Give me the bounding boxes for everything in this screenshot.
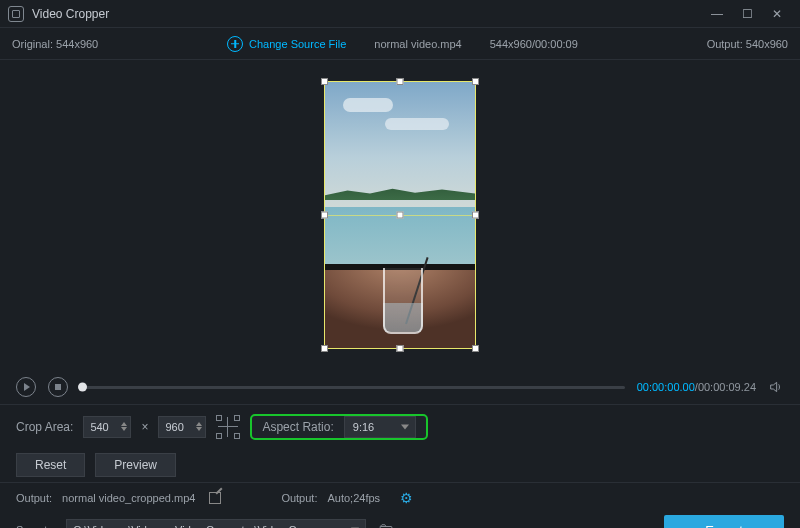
action-buttons: Reset Preview <box>0 448 800 482</box>
save-to-label: Save to: <box>16 524 56 528</box>
crop-handle-br[interactable] <box>472 345 479 352</box>
crop-frame[interactable] <box>324 81 476 349</box>
change-source-button[interactable]: Change Source File <box>227 36 346 52</box>
crop-handle-tr[interactable] <box>472 78 479 85</box>
width-up[interactable] <box>121 422 127 426</box>
info-bar: Original: 544x960 Change Source File nor… <box>0 28 800 60</box>
play-icon <box>24 383 30 391</box>
titlebar: Video Cropper — ☐ ✕ <box>0 0 800 28</box>
volume-icon[interactable] <box>768 379 784 395</box>
preview-area <box>0 60 800 370</box>
stop-button[interactable] <box>48 377 68 397</box>
output-filename: normal video_cropped.mp4 <box>62 492 195 504</box>
save-path-select[interactable]: C:\Vidmore\Vidmore Video Converter\Video… <box>66 519 366 528</box>
times-symbol: × <box>141 420 148 434</box>
app-icon <box>8 6 24 22</box>
reset-button[interactable]: Reset <box>16 453 85 477</box>
transport-bar: 00:00:00.00/00:00:09.24 <box>0 370 800 404</box>
output-file-label: Output: <box>16 492 52 504</box>
change-source-label: Change Source File <box>249 38 346 50</box>
crop-handle-ml[interactable] <box>321 212 328 219</box>
export-button[interactable]: Export <box>664 515 784 528</box>
crop-handle-center[interactable] <box>397 212 404 219</box>
plus-icon <box>227 36 243 52</box>
crop-handle-tl[interactable] <box>321 78 328 85</box>
crop-handle-mr[interactable] <box>472 212 479 219</box>
settings-gear-icon[interactable]: ⚙ <box>400 490 413 506</box>
preview-button[interactable]: Preview <box>95 453 176 477</box>
video-preview <box>325 82 475 207</box>
chevron-down-icon <box>401 424 409 429</box>
source-info: 544x960/00:00:09 <box>490 38 578 50</box>
aspect-ratio-label: Aspect Ratio: <box>262 420 333 434</box>
close-button[interactable]: ✕ <box>762 7 792 21</box>
save-row: Save to: C:\Vidmore\Vidmore Video Conver… <box>0 512 800 528</box>
minimize-button[interactable]: — <box>702 7 732 21</box>
timeline-knob[interactable] <box>78 383 87 392</box>
original-dimensions: Original: 544x960 <box>12 38 98 50</box>
timeline-slider[interactable] <box>80 386 625 389</box>
height-down[interactable] <box>196 427 202 431</box>
source-filename: normal video.mp4 <box>374 38 461 50</box>
stop-icon <box>55 384 61 390</box>
output-format-label: Output: <box>281 492 317 504</box>
output-row: Output: normal video_cropped.mp4 Output:… <box>0 482 800 512</box>
maximize-button[interactable]: ☐ <box>732 7 762 21</box>
output-dimensions: Output: 540x960 <box>707 38 788 50</box>
width-down[interactable] <box>121 427 127 431</box>
play-button[interactable] <box>16 377 36 397</box>
aspect-ratio-select[interactable]: 9:16 <box>344 416 416 438</box>
crop-height-input[interactable]: 960 <box>158 416 206 438</box>
window-title: Video Cropper <box>32 7 109 21</box>
crop-area-label: Crop Area: <box>16 420 73 434</box>
center-crop-button[interactable] <box>216 415 240 439</box>
height-up[interactable] <box>196 422 202 426</box>
crop-width-input[interactable]: 540 <box>83 416 131 438</box>
crop-controls: Crop Area: 540 × 960 Aspect Ratio: 9:16 <box>0 404 800 448</box>
output-format-value: Auto;24fps <box>327 492 380 504</box>
edit-filename-icon[interactable] <box>209 492 221 504</box>
aspect-ratio-group: Aspect Ratio: 9:16 <box>250 414 427 440</box>
crop-handle-tm[interactable] <box>397 78 404 85</box>
crop-handle-bl[interactable] <box>321 345 328 352</box>
open-folder-button[interactable] <box>376 522 396 528</box>
timecode: 00:00:00.00/00:00:09.24 <box>637 381 756 393</box>
crop-handle-bm[interactable] <box>397 345 404 352</box>
